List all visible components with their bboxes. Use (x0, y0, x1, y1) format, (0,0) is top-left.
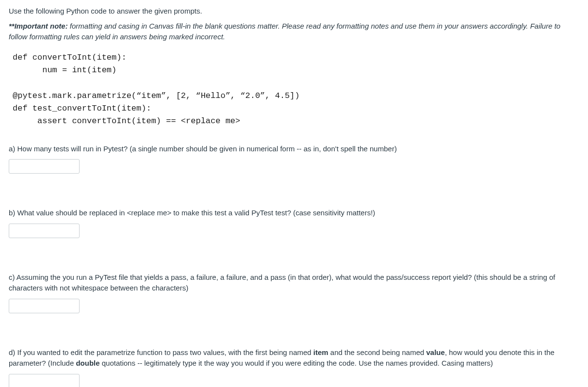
question-a-text: a) How many tests will run in Pytest? (a… (9, 144, 579, 155)
question-d: d) If you wanted to edit the parametrize… (9, 347, 579, 387)
question-c: c) Assuming the you run a PyTest file th… (9, 272, 579, 313)
question-d-suffix: quotations -- legitimately type it the w… (100, 359, 493, 367)
question-b: b) What value should be replaced in <rep… (9, 208, 579, 238)
question-d-double: double (76, 359, 99, 367)
question-d-text: d) If you wanted to edit the parametrize… (9, 347, 579, 369)
question-c-text: c) Assuming the you run a PyTest file th… (9, 272, 579, 294)
question-b-text: b) What value should be replaced in <rep… (9, 208, 579, 219)
question-d-prefix: d) If you wanted to edit the parametrize… (9, 348, 313, 356)
note-strong: **Important note: (9, 22, 68, 30)
question-d-mid1: and the second being named (328, 348, 426, 356)
answer-a-input[interactable] (9, 159, 80, 174)
question-a: a) How many tests will run in Pytest? (a… (9, 144, 579, 174)
note-body: formatting and casing in Canvas fill-in … (9, 22, 560, 41)
answer-c-input[interactable] (9, 299, 80, 313)
intro-text: Use the following Python code to answer … (9, 6, 579, 17)
question-page: Use the following Python code to answer … (0, 0, 588, 387)
question-d-item: item (313, 348, 328, 356)
answer-b-input[interactable] (9, 224, 80, 238)
important-note: **Important note: formatting and casing … (9, 21, 579, 43)
code-block: def convertToInt(item): num = int(item) … (13, 51, 579, 128)
answer-d-input[interactable] (9, 374, 80, 387)
question-d-value: value (426, 348, 445, 356)
